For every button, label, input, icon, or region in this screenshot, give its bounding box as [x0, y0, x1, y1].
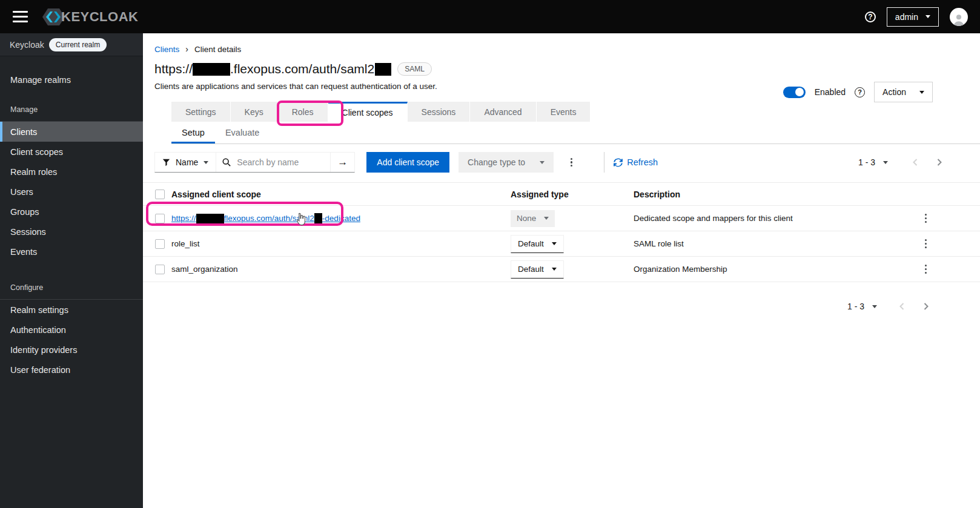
realm-selector[interactable]: Keycloak Current realm [0, 33, 143, 56]
keycloak-logo: KEYCLOAK [41, 5, 138, 28]
user-menu-label: admin [895, 12, 918, 22]
header-controls: Enabled ? Action [783, 82, 933, 102]
client-scope-link[interactable]: https:// flexopus.com/auth/saml2 -dedica… [171, 213, 511, 224]
user-menu-dropdown[interactable]: admin [887, 7, 939, 27]
scope-link-suffix: -dedicated [322, 214, 360, 223]
chevron-left-icon [912, 158, 918, 167]
enabled-toggle[interactable] [783, 87, 806, 98]
row-kebab-button[interactable] [920, 260, 932, 279]
table-row-saml-organization: saml_organization Default Organization M… [143, 257, 980, 282]
subtab-evaluate[interactable]: Evaluate [215, 122, 270, 143]
tab-events[interactable]: Events [537, 102, 591, 122]
chevron-down-icon [919, 91, 924, 94]
sidebar-item-groups[interactable]: Groups [0, 202, 143, 222]
client-details-tabs: Settings Keys Roles Client scopes Sessio… [171, 102, 980, 122]
sidebar-item-realm-roles[interactable]: Realm roles [0, 162, 143, 182]
sidebar-item-authentication[interactable]: Authentication [0, 320, 143, 340]
chevron-down-icon [540, 161, 545, 164]
chevron-right-icon [936, 158, 942, 167]
action-dropdown[interactable]: Action [874, 82, 933, 102]
change-type-label: Change type to [468, 157, 525, 167]
help-icon[interactable]: ? [865, 12, 876, 22]
chevron-down-icon [925, 15, 930, 18]
sidebar-item-users[interactable]: Users [0, 182, 143, 202]
redaction-box [193, 63, 230, 76]
nav-group-label-manage: Manage [0, 105, 143, 121]
help-icon[interactable]: ? [855, 87, 865, 97]
assigned-type-select[interactable]: Default [511, 235, 564, 253]
prev-page-button[interactable] [899, 302, 905, 311]
row-checkbox[interactable] [155, 214, 165, 223]
keycloak-admin-console: KEYCLOAK ? admin Keycloak Current realm … [0, 0, 980, 508]
filter-icon [162, 159, 170, 167]
filter-name-dropdown[interactable]: Name [155, 153, 216, 172]
masthead-controls: ? admin [865, 7, 968, 27]
add-client-scope-button[interactable]: Add client scope [366, 152, 449, 173]
avatar[interactable] [950, 8, 968, 26]
refresh-button[interactable]: Refresh [614, 157, 658, 167]
sidebar-item-sessions[interactable]: Sessions [0, 222, 143, 242]
assigned-type-value: Default [518, 239, 544, 248]
sidebar-item-events[interactable]: Events [0, 242, 143, 262]
tab-advanced[interactable]: Advanced [470, 102, 536, 122]
tab-settings[interactable]: Settings [171, 102, 231, 122]
sidebar-item-client-scopes[interactable]: Client scopes [0, 142, 143, 162]
column-header-assigned-client-scope: Assigned client scope [171, 190, 511, 199]
chevron-down-icon [552, 268, 557, 271]
pagination-summary: 1 - 3 [847, 302, 864, 311]
column-header-assigned-type: Assigned type [511, 190, 634, 199]
prev-page-button[interactable] [912, 158, 918, 167]
refresh-label: Refresh [627, 157, 658, 167]
person-icon [952, 13, 965, 26]
row-kebab-button[interactable] [920, 209, 932, 228]
row-kebab-button[interactable] [920, 234, 932, 253]
breadcrumb-current: Client details [194, 45, 241, 54]
current-realm-badge: Current realm [49, 38, 107, 51]
title-domain: .flexopus.com/auth/saml2 [230, 62, 374, 76]
sidebar-item-realm-settings[interactable]: Realm settings [0, 300, 143, 320]
enabled-label: Enabled [815, 87, 846, 97]
table-row-dedicated-scope: https:// flexopus.com/auth/saml2 -dedica… [143, 206, 980, 231]
search-submit-button[interactable]: → [330, 153, 354, 172]
scope-name: role_list [171, 239, 511, 248]
chevron-down-icon[interactable] [872, 305, 877, 308]
tab-keys[interactable]: Keys [231, 102, 278, 122]
search-input[interactable] [236, 157, 330, 168]
brand-text: KEYCLOAK [61, 9, 138, 25]
assigned-type-select[interactable]: Default [511, 260, 564, 279]
row-checkbox[interactable] [155, 265, 165, 274]
redaction-box [375, 63, 391, 76]
row-checkbox[interactable] [155, 239, 165, 249]
page-title: https:// .flexopus.com/auth/saml2 SAML [154, 62, 980, 76]
sidebar-item-identity-providers[interactable]: Identity providers [0, 340, 143, 360]
redaction-box [314, 213, 322, 224]
toolbar-kebab-button[interactable] [566, 153, 577, 172]
sidebar-item-clients[interactable]: Clients [0, 122, 143, 142]
change-type-dropdown: Change type to [459, 152, 554, 173]
select-all-checkbox[interactable] [155, 190, 165, 199]
chevron-down-icon [552, 242, 557, 245]
next-page-button[interactable] [923, 302, 929, 311]
tab-roles[interactable]: Roles [278, 102, 328, 122]
breadcrumb-separator: › [185, 44, 188, 54]
sidebar-item-user-federation[interactable]: User federation [0, 360, 143, 380]
page-header: https:// .flexopus.com/auth/saml2 SAML C… [143, 54, 980, 91]
refresh-icon [614, 158, 623, 167]
sidebar-nav: Manage realms Manage Clients Client scop… [0, 56, 143, 380]
pagination-bottom: 1 - 3 [143, 302, 980, 311]
assigned-type-select-disabled: None [511, 210, 555, 227]
description-cell: Dedicated scope and mappers for this cli… [634, 214, 898, 223]
subtab-setup[interactable]: Setup [171, 122, 215, 143]
hamburger-icon[interactable] [9, 4, 31, 29]
scope-link-prefix: https:// [171, 214, 196, 223]
next-page-button[interactable] [936, 158, 942, 167]
tab-client-scopes[interactable]: Client scopes [328, 102, 408, 122]
chevron-down-icon[interactable] [883, 161, 888, 164]
breadcrumb-clients-link[interactable]: Clients [154, 45, 179, 54]
assigned-type-value: None [517, 214, 536, 223]
chevron-left-icon [899, 302, 905, 311]
tab-sessions[interactable]: Sessions [408, 102, 471, 122]
main-content: Clients › Client details https:// .flexo… [143, 33, 980, 508]
sidebar-item-manage-realms[interactable]: Manage realms [0, 70, 143, 90]
chevron-down-icon [204, 161, 208, 164]
